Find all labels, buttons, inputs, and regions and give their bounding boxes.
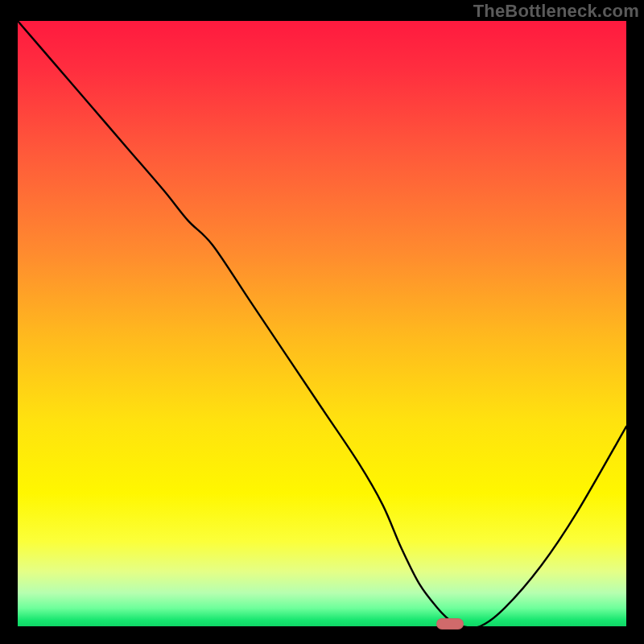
watermark-label: TheBottleneck.com <box>473 1 639 22</box>
optimal-point-marker <box>436 618 464 630</box>
chart-container: TheBottleneck.com <box>0 0 644 644</box>
curve-path <box>18 21 626 628</box>
bottleneck-curve <box>18 21 626 626</box>
plot-area <box>18 21 626 626</box>
